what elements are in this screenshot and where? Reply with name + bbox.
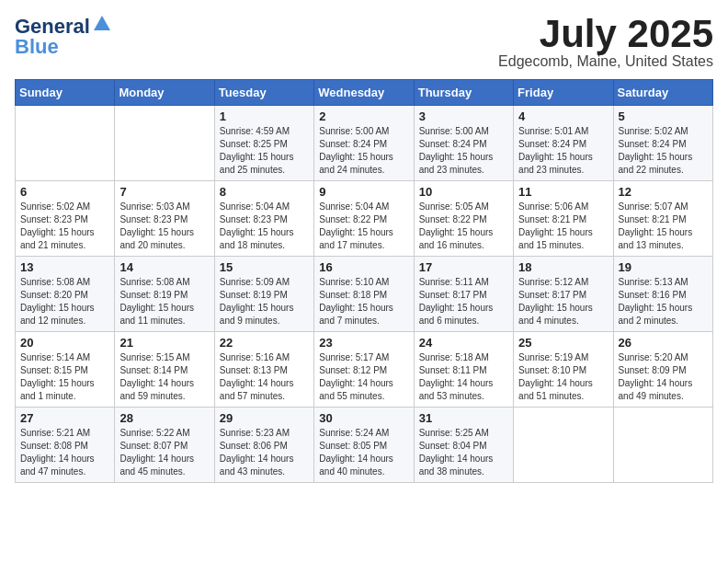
day-number: 13 xyxy=(20,260,109,274)
weekday-header-tuesday: Tuesday xyxy=(214,80,313,106)
calendar-cell: 30Sunrise: 5:24 AM Sunset: 8:05 PM Dayli… xyxy=(314,408,414,483)
calendar-cell: 13Sunrise: 5:08 AM Sunset: 8:20 PM Dayli… xyxy=(16,257,115,332)
calendar-cell: 18Sunrise: 5:12 AM Sunset: 8:17 PM Dayli… xyxy=(514,257,613,332)
calendar-cell: 12Sunrise: 5:07 AM Sunset: 8:21 PM Dayli… xyxy=(613,181,712,257)
calendar-cell: 1Sunrise: 4:59 AM Sunset: 8:25 PM Daylig… xyxy=(214,106,313,181)
day-number: 16 xyxy=(319,260,408,274)
calendar-cell: 10Sunrise: 5:05 AM Sunset: 8:22 PM Dayli… xyxy=(414,181,513,257)
day-info: Sunrise: 5:12 AM Sunset: 8:17 PM Dayligh… xyxy=(518,276,608,327)
calendar-cell: 2Sunrise: 5:00 AM Sunset: 8:24 PM Daylig… xyxy=(314,106,414,181)
calendar-week-4: 20Sunrise: 5:14 AM Sunset: 8:15 PM Dayli… xyxy=(16,332,713,408)
calendar-cell: 8Sunrise: 5:04 AM Sunset: 8:23 PM Daylig… xyxy=(214,181,313,257)
day-number: 1 xyxy=(220,109,309,123)
day-number: 14 xyxy=(119,260,209,274)
location-subtitle: Edgecomb, Maine, United States xyxy=(498,53,713,70)
day-info: Sunrise: 5:08 AM Sunset: 8:19 PM Dayligh… xyxy=(119,276,209,327)
day-number: 7 xyxy=(119,185,209,199)
calendar-week-5: 27Sunrise: 5:21 AM Sunset: 8:08 PM Dayli… xyxy=(16,408,713,483)
calendar-cell: 29Sunrise: 5:23 AM Sunset: 8:06 PM Dayli… xyxy=(214,408,313,483)
month-title: July 2025 xyxy=(498,15,713,53)
calendar-cell: 16Sunrise: 5:10 AM Sunset: 8:18 PM Dayli… xyxy=(314,257,414,332)
day-number: 26 xyxy=(619,336,708,350)
day-number: 18 xyxy=(518,260,608,274)
calendar-cell xyxy=(115,106,214,181)
day-number: 8 xyxy=(220,185,309,199)
calendar-cell: 15Sunrise: 5:09 AM Sunset: 8:19 PM Dayli… xyxy=(214,257,313,332)
day-info: Sunrise: 5:07 AM Sunset: 8:21 PM Dayligh… xyxy=(619,201,708,252)
day-number: 22 xyxy=(220,336,309,350)
calendar-cell: 11Sunrise: 5:06 AM Sunset: 8:21 PM Dayli… xyxy=(514,181,613,257)
day-info: Sunrise: 5:02 AM Sunset: 8:24 PM Dayligh… xyxy=(619,125,708,177)
weekday-header-thursday: Thursday xyxy=(414,80,513,106)
day-info: Sunrise: 5:16 AM Sunset: 8:13 PM Dayligh… xyxy=(220,351,309,403)
calendar-cell: 31Sunrise: 5:25 AM Sunset: 8:04 PM Dayli… xyxy=(414,408,513,483)
weekday-header-saturday: Saturday xyxy=(613,80,712,106)
calendar-cell: 5Sunrise: 5:02 AM Sunset: 8:24 PM Daylig… xyxy=(613,106,712,181)
day-info: Sunrise: 5:15 AM Sunset: 8:14 PM Dayligh… xyxy=(119,351,209,403)
day-number: 30 xyxy=(319,411,408,425)
day-number: 15 xyxy=(220,260,309,274)
page-header: General Blue July 2025 Edgecomb, Maine, … xyxy=(15,15,713,70)
weekday-header-monday: Monday xyxy=(115,80,214,106)
calendar-cell: 9Sunrise: 5:04 AM Sunset: 8:22 PM Daylig… xyxy=(314,181,414,257)
day-info: Sunrise: 5:00 AM Sunset: 8:24 PM Dayligh… xyxy=(319,125,408,177)
weekday-header-sunday: Sunday xyxy=(16,80,115,106)
weekday-header-row: SundayMondayTuesdayWednesdayThursdayFrid… xyxy=(16,80,713,106)
day-number: 19 xyxy=(619,260,708,274)
calendar-cell: 4Sunrise: 5:01 AM Sunset: 8:24 PM Daylig… xyxy=(514,106,613,181)
weekday-header-wednesday: Wednesday xyxy=(314,80,414,106)
calendar-cell: 3Sunrise: 5:00 AM Sunset: 8:24 PM Daylig… xyxy=(414,106,513,181)
day-info: Sunrise: 5:08 AM Sunset: 8:20 PM Dayligh… xyxy=(20,276,109,327)
calendar-cell: 22Sunrise: 5:16 AM Sunset: 8:13 PM Dayli… xyxy=(214,332,313,408)
calendar-cell: 23Sunrise: 5:17 AM Sunset: 8:12 PM Dayli… xyxy=(314,332,414,408)
day-info: Sunrise: 5:13 AM Sunset: 8:16 PM Dayligh… xyxy=(619,276,708,327)
weekday-header-friday: Friday xyxy=(514,80,613,106)
day-info: Sunrise: 4:59 AM Sunset: 8:25 PM Dayligh… xyxy=(220,125,309,177)
calendar-cell: 27Sunrise: 5:21 AM Sunset: 8:08 PM Dayli… xyxy=(16,408,115,483)
day-number: 21 xyxy=(119,336,209,350)
calendar-cell: 7Sunrise: 5:03 AM Sunset: 8:23 PM Daylig… xyxy=(115,181,214,257)
calendar-week-3: 13Sunrise: 5:08 AM Sunset: 8:20 PM Dayli… xyxy=(16,257,713,332)
day-info: Sunrise: 5:01 AM Sunset: 8:24 PM Dayligh… xyxy=(518,125,608,177)
day-number: 3 xyxy=(419,109,508,123)
day-number: 12 xyxy=(619,185,708,199)
day-info: Sunrise: 5:05 AM Sunset: 8:22 PM Dayligh… xyxy=(419,201,508,252)
calendar-cell: 21Sunrise: 5:15 AM Sunset: 8:14 PM Dayli… xyxy=(115,332,214,408)
day-info: Sunrise: 5:19 AM Sunset: 8:10 PM Dayligh… xyxy=(518,351,608,403)
day-number: 28 xyxy=(119,411,209,425)
title-area: July 2025 Edgecomb, Maine, United States xyxy=(498,15,713,70)
day-info: Sunrise: 5:04 AM Sunset: 8:23 PM Dayligh… xyxy=(220,201,309,252)
calendar-cell: 28Sunrise: 5:22 AM Sunset: 8:07 PM Dayli… xyxy=(115,408,214,483)
day-info: Sunrise: 5:04 AM Sunset: 8:22 PM Dayligh… xyxy=(319,201,408,252)
day-number: 27 xyxy=(20,411,109,425)
day-number: 9 xyxy=(319,185,408,199)
day-info: Sunrise: 5:17 AM Sunset: 8:12 PM Dayligh… xyxy=(319,351,408,403)
calendar-week-2: 6Sunrise: 5:02 AM Sunset: 8:23 PM Daylig… xyxy=(16,181,713,257)
logo: General Blue xyxy=(15,15,112,59)
calendar-cell xyxy=(16,106,115,181)
calendar-cell: 26Sunrise: 5:20 AM Sunset: 8:09 PM Dayli… xyxy=(613,332,712,408)
calendar-cell: 19Sunrise: 5:13 AM Sunset: 8:16 PM Dayli… xyxy=(613,257,712,332)
day-info: Sunrise: 5:20 AM Sunset: 8:09 PM Dayligh… xyxy=(619,351,708,403)
logo-icon xyxy=(92,14,112,34)
day-number: 4 xyxy=(518,109,608,123)
day-info: Sunrise: 5:11 AM Sunset: 8:17 PM Dayligh… xyxy=(419,276,508,327)
day-number: 17 xyxy=(419,260,508,274)
day-number: 6 xyxy=(20,185,109,199)
logo-blue: Blue xyxy=(15,35,59,59)
day-info: Sunrise: 5:09 AM Sunset: 8:19 PM Dayligh… xyxy=(220,276,309,327)
calendar-cell: 24Sunrise: 5:18 AM Sunset: 8:11 PM Dayli… xyxy=(414,332,513,408)
day-info: Sunrise: 5:25 AM Sunset: 8:04 PM Dayligh… xyxy=(419,427,508,478)
day-number: 31 xyxy=(419,411,508,425)
day-number: 5 xyxy=(619,109,708,123)
day-number: 23 xyxy=(319,336,408,350)
calendar-week-1: 1Sunrise: 4:59 AM Sunset: 8:25 PM Daylig… xyxy=(16,106,713,181)
day-number: 2 xyxy=(319,109,408,123)
day-info: Sunrise: 5:18 AM Sunset: 8:11 PM Dayligh… xyxy=(419,351,508,403)
calendar-cell xyxy=(613,408,712,483)
day-info: Sunrise: 5:10 AM Sunset: 8:18 PM Dayligh… xyxy=(319,276,408,327)
calendar-cell: 25Sunrise: 5:19 AM Sunset: 8:10 PM Dayli… xyxy=(514,332,613,408)
day-number: 24 xyxy=(419,336,508,350)
calendar-cell: 20Sunrise: 5:14 AM Sunset: 8:15 PM Dayli… xyxy=(16,332,115,408)
day-info: Sunrise: 5:14 AM Sunset: 8:15 PM Dayligh… xyxy=(20,351,109,403)
